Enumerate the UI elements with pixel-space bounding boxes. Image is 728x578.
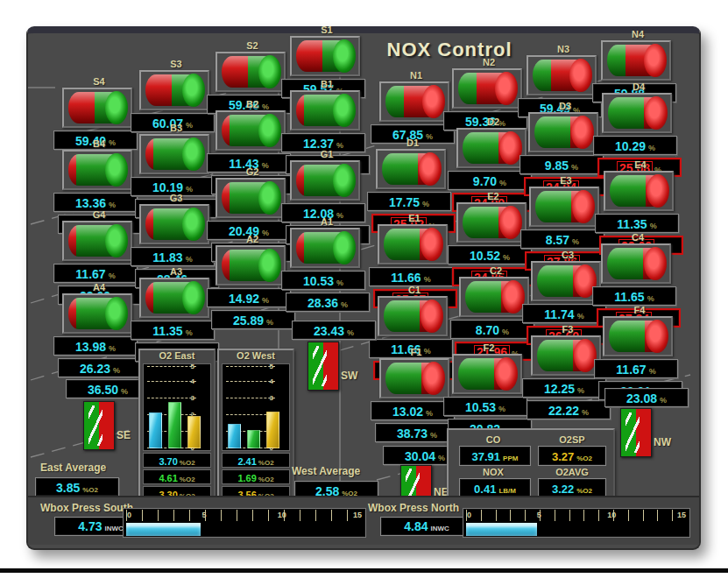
valve-icon[interactable] [290,160,360,201]
bar-west-cyan [228,424,241,448]
bar-east-yellow [187,416,201,448]
se-corner-value-box[interactable]: 36.50% [66,379,150,398]
value-box[interactable]: 9.85% [519,155,604,174]
valve-icon[interactable] [459,277,529,317]
o2sp-label: O2SP [534,434,610,445]
valve-icon[interactable] [378,296,448,336]
west-average-label: West Average [292,465,360,477]
value-box[interactable]: 10.53% [281,271,365,290]
value-box[interactable]: 26.23% [58,358,142,377]
se-corner-label: SE [117,429,131,441]
bar-east-green [168,402,181,448]
valve-icon[interactable] [378,224,448,264]
valve-icon[interactable] [62,88,132,128]
valve-icon[interactable] [452,68,522,109]
valve-icon[interactable] [528,112,598,152]
unit-label: G3 [132,193,220,204]
unit-label: F4 [596,305,683,316]
unit-label: S4 [55,76,143,88]
valve-icon[interactable] [139,278,209,318]
unit-label: G1 [283,149,371,160]
valve-icon[interactable] [62,221,132,261]
unit-label: C1 [371,285,458,296]
valve-icon[interactable] [290,90,360,130]
windbox-pressure-strip: Wbox Press South 4.73INWC 0 5 10 15 Wbox… [28,496,699,545]
unit-label: C4 [594,232,682,243]
valve-icon[interactable] [603,316,673,356]
value-box[interactable]: 22.22% [527,400,611,419]
valve-icon[interactable] [216,52,286,92]
gauge-fill-bar [126,523,201,536]
valve-icon[interactable] [529,187,599,227]
value-box[interactable]: 12.25% [522,378,606,398]
value-box[interactable]: 13.02% [371,401,455,420]
valve-icon[interactable] [604,171,674,211]
unit-F2: F2 10.53% 20.82% [445,342,533,438]
east-average-label: East Average [40,462,106,474]
value-box[interactable]: 11.67% [594,359,678,378]
value-box[interactable]: 11.35% [595,214,679,233]
wbox-north-value-box[interactable]: 4.84INWC [380,517,473,536]
east-average-value-box[interactable]: 3.85%O2 [35,477,119,497]
sw-corner-value-box[interactable]: 23.43% [292,321,376,340]
o2-east-plot: 0 1 2 3 4 5 [143,363,211,451]
valve-icon[interactable] [531,261,601,301]
value-box[interactable]: 11.83% [131,247,215,266]
value-box[interactable]: 8.57% [520,229,604,249]
valve-icon[interactable] [379,81,449,122]
unit-A3: A3 11.35% 19.82% [132,266,220,362]
valve-icon[interactable] [601,40,671,81]
valve-icon[interactable] [139,134,209,174]
wbox-north-gauge: 0 5 10 15 [463,508,690,538]
valve-icon[interactable] [62,150,132,190]
sw-corner-icon [307,342,339,391]
bar-west-green [247,430,260,448]
valve-icon[interactable] [216,110,286,151]
o2sp-value-box[interactable]: 3.27%O2 [538,446,606,466]
valve-icon[interactable] [456,202,527,243]
unit-label: B3 [132,123,220,134]
valve-icon[interactable] [139,204,209,244]
value-box[interactable]: 11.35% [131,321,215,340]
unit-label: F2 [445,342,533,354]
value-box[interactable]: 10.52% [448,245,532,264]
valve-icon[interactable] [531,335,601,376]
valve-icon[interactable] [290,228,360,268]
valve-icon[interactable] [452,354,522,394]
valve-icon[interactable] [456,128,527,168]
valve-icon[interactable] [527,55,597,95]
co-value-box[interactable]: 37.91PPM [459,446,531,466]
value-box[interactable]: 10.53% [443,397,527,416]
valve-icon[interactable] [139,70,209,110]
o2-west-plot: 0 1 2 3 4 5 [222,363,290,451]
value-box[interactable]: 14.92% [207,288,291,307]
unit-A4: A4 13.98% 26.23% [55,282,143,377]
nw-corner-value-box[interactable]: 23.08% [604,388,689,407]
valve-icon[interactable] [376,149,446,189]
value-box[interactable]: 11.66% [369,267,453,286]
value-box[interactable]: 28.36% [286,293,370,312]
unit-label: A4 [55,282,143,293]
valve-icon[interactable] [601,243,671,284]
unit-label: G4 [55,209,143,221]
valve-icon[interactable] [216,178,286,218]
sw-corner-label: SW [341,370,357,382]
o2-west-readout: 1.69%O2 [222,469,290,484]
valve-icon[interactable] [216,245,286,285]
value-box[interactable]: 25.89% [211,310,295,329]
valve-icon[interactable] [602,93,672,133]
unit-label: E4 [597,159,684,171]
value-box[interactable]: 17.75% [367,192,451,211]
valve-icon[interactable] [62,293,132,334]
value-box[interactable]: 10.29% [593,136,677,155]
unit-label: S3 [132,59,220,70]
wbox-north-label: Wbox Press North [368,502,459,514]
value-box[interactable]: 11.67% [53,264,138,283]
o2avg-label: O2AVG [534,467,610,477]
value-box[interactable]: 11.65% [592,286,676,306]
valve-icon[interactable] [379,358,449,398]
valve-icon[interactable] [290,36,360,76]
chart-title: O2 West [219,350,293,363]
value-box[interactable]: 13.98% [53,336,138,356]
o2-east-readout: 4.61%O2 [143,469,211,484]
